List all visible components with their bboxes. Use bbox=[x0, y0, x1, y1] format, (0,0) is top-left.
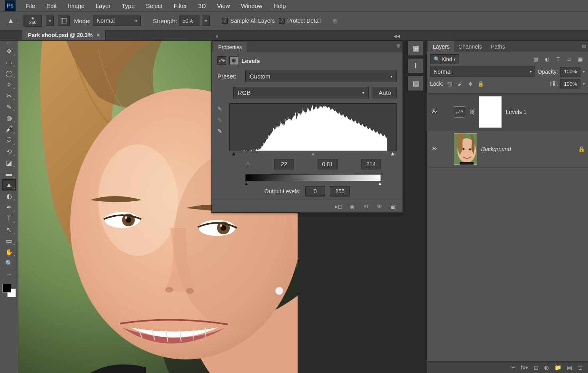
link-mask-icon[interactable]: ⛓ bbox=[469, 109, 475, 115]
menu-window[interactable]: Window bbox=[235, 0, 268, 11]
black-slider-handle[interactable]: ▲ bbox=[231, 150, 237, 157]
menu-layer[interactable]: Layer bbox=[90, 0, 116, 11]
reset-icon[interactable]: ⟲ bbox=[362, 202, 370, 210]
brush-panel-toggle[interactable] bbox=[58, 16, 70, 26]
menu-file[interactable]: File bbox=[20, 0, 41, 11]
tab-paths[interactable]: Paths bbox=[486, 41, 509, 52]
mode-select[interactable]: Normal▾ bbox=[93, 16, 141, 26]
link-layers-icon[interactable]: ⚯ bbox=[511, 364, 515, 371]
layer-style-icon[interactable]: fx▾ bbox=[521, 364, 528, 371]
brush-preset-picker[interactable]: 250 bbox=[24, 15, 42, 27]
delete-adjustment-icon[interactable]: 🗑 bbox=[389, 202, 397, 210]
eyedropper-tool[interactable]: ✎ bbox=[2, 101, 16, 112]
blend-mode-select[interactable]: Normal▾ bbox=[430, 67, 535, 77]
gradient-tool[interactable]: ▬ bbox=[2, 168, 16, 179]
panel-close-icon[interactable]: × bbox=[214, 34, 220, 39]
filter-type-icon[interactable]: T bbox=[554, 55, 562, 64]
color-swatches[interactable] bbox=[2, 284, 16, 297]
foreground-color-swatch[interactable] bbox=[2, 284, 11, 293]
crop-tool[interactable]: ✂ bbox=[2, 90, 16, 101]
new-adjustment-icon[interactable]: ◐ bbox=[544, 364, 549, 371]
auto-button[interactable]: Auto bbox=[373, 87, 397, 98]
filter-shape-icon[interactable]: ▱ bbox=[565, 55, 574, 64]
toggle-visibility-icon[interactable]: 👁 bbox=[375, 202, 383, 210]
menu-type[interactable]: Type bbox=[116, 0, 140, 11]
gamma-slider-handle[interactable]: ▲ bbox=[310, 150, 316, 157]
brush-tool[interactable]: 🖌 bbox=[2, 124, 16, 135]
new-layer-icon[interactable]: ▤ bbox=[567, 364, 572, 371]
eraser-tool[interactable]: ◪ bbox=[2, 157, 16, 168]
menu-edit[interactable]: Edit bbox=[41, 0, 62, 11]
white-point-eyedropper-icon[interactable]: ✎ bbox=[217, 128, 225, 135]
panel-collapse-icon[interactable]: ◀◀ bbox=[394, 34, 400, 38]
preset-select[interactable]: Custom▾ bbox=[245, 71, 397, 82]
fill-input[interactable] bbox=[560, 79, 580, 88]
mask-view-icon[interactable] bbox=[229, 56, 238, 65]
layer-name[interactable]: Levels 1 bbox=[506, 109, 527, 115]
tab-layers[interactable]: Layers bbox=[428, 41, 454, 52]
layers-panel-menu-icon[interactable]: ▤ bbox=[582, 44, 586, 48]
hand-tool[interactable]: ✋ bbox=[2, 246, 16, 257]
properties-panel-menu-icon[interactable]: ▤ bbox=[397, 43, 400, 48]
menu-view[interactable]: View bbox=[211, 0, 235, 11]
input-white-field[interactable] bbox=[361, 159, 381, 169]
sample-all-layers-checkbox[interactable]: ✓Sample All Layers bbox=[222, 18, 275, 24]
view-previous-icon[interactable]: ◉ bbox=[348, 202, 356, 210]
opacity-input[interactable] bbox=[560, 67, 580, 77]
toolbox-handle[interactable] bbox=[7, 42, 11, 44]
visibility-toggle-icon[interactable]: 👁 bbox=[430, 108, 438, 116]
filter-pixel-icon[interactable]: ▦ bbox=[531, 55, 540, 64]
output-white-field[interactable] bbox=[330, 186, 350, 196]
strength-dropdown[interactable]: ▾ bbox=[202, 16, 210, 26]
clip-to-layer-icon[interactable]: ▸◻ bbox=[335, 202, 343, 210]
collapsed-panel-history-icon[interactable]: ▦ bbox=[408, 41, 424, 56]
menu-filter[interactable]: Filter bbox=[168, 0, 193, 11]
black-point-eyedropper-icon[interactable]: ✎ bbox=[217, 106, 225, 113]
layer-name[interactable]: Background bbox=[481, 146, 511, 152]
output-black-slider[interactable]: ▲ bbox=[244, 181, 249, 186]
channel-select[interactable]: RGB▾ bbox=[233, 87, 369, 98]
marquee-tool[interactable]: ▭ bbox=[2, 57, 16, 68]
visibility-toggle-icon[interactable]: 👁 bbox=[430, 145, 438, 153]
filter-smart-icon[interactable]: ▣ bbox=[576, 55, 585, 64]
collapsed-panel-info-icon[interactable]: i bbox=[408, 58, 424, 73]
layer-filter-kind[interactable]: 🔍Kind▾ bbox=[430, 54, 459, 64]
menu-help[interactable]: Help bbox=[268, 0, 292, 11]
document-tab[interactable]: Park shoot.psd @ 20.3% × bbox=[22, 30, 106, 40]
edit-toolbar[interactable]: ⋯ bbox=[2, 269, 16, 280]
healing-brush-tool[interactable]: ◍ bbox=[2, 112, 16, 124]
collapsed-panel-swatches-icon[interactable]: ▤ bbox=[408, 76, 424, 91]
shape-tool[interactable]: ▭ bbox=[2, 235, 16, 246]
lock-transparency-icon[interactable]: ▨ bbox=[446, 80, 454, 88]
output-black-field[interactable] bbox=[305, 186, 325, 196]
magic-wand-tool[interactable]: ✧ bbox=[2, 79, 16, 90]
clone-stamp-tool[interactable]: ⛉ bbox=[2, 135, 16, 146]
strength-input[interactable] bbox=[180, 16, 199, 26]
layer-mask-thumb[interactable] bbox=[479, 96, 502, 128]
add-mask-icon[interactable]: ◻ bbox=[534, 364, 539, 371]
lasso-tool[interactable]: ◯ bbox=[2, 68, 16, 79]
path-selection-tool[interactable]: ↖ bbox=[2, 224, 16, 235]
new-group-icon[interactable]: 📁 bbox=[554, 364, 561, 371]
dodge-tool[interactable]: ◐ bbox=[2, 190, 16, 202]
delete-layer-icon[interactable]: 🗑 bbox=[578, 364, 583, 371]
input-gamma-field[interactable] bbox=[318, 159, 337, 169]
lock-position-icon[interactable]: ✥ bbox=[466, 80, 474, 88]
lock-all-icon[interactable]: 🔒 bbox=[477, 80, 485, 88]
protect-detail-checkbox[interactable]: ✓Protect Detail bbox=[279, 18, 321, 24]
gray-point-eyedropper-icon[interactable]: ✎ bbox=[217, 117, 225, 124]
tab-channels[interactable]: Channels bbox=[454, 41, 486, 52]
tab-properties[interactable]: Properties bbox=[213, 42, 247, 52]
menu-select[interactable]: Select bbox=[140, 0, 168, 11]
menu-3d[interactable]: 3D bbox=[193, 0, 211, 11]
history-brush-tool[interactable]: ⟲ bbox=[2, 146, 16, 157]
brush-preset-dropdown[interactable]: ▾ bbox=[46, 16, 54, 26]
move-tool[interactable]: ✥ bbox=[2, 45, 16, 57]
menu-image[interactable]: Image bbox=[62, 0, 90, 11]
pen-tool[interactable]: ✒ bbox=[2, 202, 16, 213]
zoom-tool[interactable]: 🔍 bbox=[2, 257, 16, 269]
type-tool[interactable]: T bbox=[2, 213, 16, 224]
filter-adjustment-icon[interactable]: ◐ bbox=[543, 55, 551, 64]
layer-row-background[interactable]: 👁 Background 🔒 bbox=[427, 131, 588, 168]
blur-tool[interactable]: ▲ bbox=[2, 179, 16, 190]
